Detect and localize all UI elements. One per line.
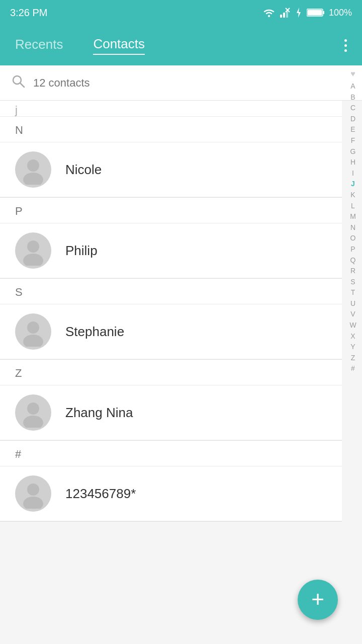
svg-point-12	[27, 159, 39, 172]
wifi-icon	[262, 8, 276, 18]
alpha-a[interactable]: A	[346, 82, 360, 92]
svg-rect-9	[307, 10, 322, 16]
top-nav: Recents Contacts	[0, 25, 362, 65]
contact-name: Zhang Nina	[65, 405, 133, 421]
more-options-button[interactable]	[344, 39, 347, 52]
list-item[interactable]: Zhang Nina	[0, 385, 342, 440]
section-header-s: S	[0, 279, 342, 304]
alphabet-index: ♥ A B C D E F G H I J K L M N O P Q R S …	[344, 65, 362, 378]
alpha-v[interactable]: V	[346, 309, 360, 319]
alpha-h[interactable]: H	[346, 157, 360, 168]
svg-point-19	[23, 416, 43, 428]
svg-point-17	[23, 335, 43, 347]
section-header-n: N	[0, 117, 342, 142]
list-item[interactable]: Philip	[0, 223, 342, 278]
alpha-n[interactable]: N	[346, 223, 360, 233]
alpha-u[interactable]: U	[346, 299, 360, 309]
section-header-p: P	[0, 198, 342, 223]
alpha-y[interactable]: Y	[346, 342, 360, 352]
svg-point-13	[23, 173, 43, 185]
bolt-icon	[295, 8, 303, 18]
list-item[interactable]: Nicole	[0, 142, 342, 197]
alpha-g[interactable]: G	[346, 147, 360, 157]
alpha-k[interactable]: K	[346, 190, 360, 200]
alpha-m[interactable]: M	[346, 212, 360, 222]
contact-name: Nicole	[65, 162, 102, 178]
time-display: 3:26 PM	[10, 7, 47, 19]
alpha-z[interactable]: Z	[346, 353, 360, 363]
svg-point-14	[27, 240, 39, 253]
svg-point-20	[27, 484, 39, 496]
status-icons: 100%	[262, 8, 352, 18]
nav-tabs: Recents Contacts	[15, 36, 145, 55]
alpha-q[interactable]: Q	[346, 256, 360, 266]
avatar	[15, 394, 51, 431]
alpha-i[interactable]: I	[346, 169, 360, 179]
alpha-t[interactable]: T	[346, 288, 360, 298]
svg-point-0	[268, 15, 270, 17]
avatar	[15, 151, 51, 188]
alpha-b[interactable]: B	[346, 93, 360, 103]
status-bar: 3:26 PM 100%	[0, 0, 362, 25]
alpha-x[interactable]: X	[346, 332, 360, 342]
svg-line-11	[20, 83, 24, 87]
partial-section-indicator: j	[0, 101, 342, 117]
favorites-heart-icon[interactable]: ♥	[350, 69, 355, 78]
avatar	[15, 232, 51, 269]
alpha-j[interactable]: J	[346, 179, 360, 189]
avatar	[15, 475, 51, 512]
svg-rect-2	[283, 13, 285, 18]
battery-icon	[307, 8, 325, 17]
alpha-e[interactable]: E	[346, 125, 360, 135]
contact-name: Philip	[65, 243, 98, 259]
svg-point-21	[23, 497, 43, 509]
section-header-hash: #	[0, 441, 342, 466]
contact-name: 123456789*	[65, 486, 136, 502]
avatar	[15, 313, 51, 350]
svg-point-18	[27, 403, 39, 415]
alpha-f[interactable]: F	[346, 136, 360, 146]
section-divider	[0, 521, 342, 522]
svg-rect-8	[323, 11, 324, 14]
alpha-c[interactable]: C	[346, 103, 360, 113]
alpha-r[interactable]: R	[346, 266, 360, 276]
battery-percent: 100%	[329, 8, 352, 18]
add-contact-icon: +	[311, 588, 324, 610]
svg-rect-1	[280, 15, 282, 18]
alpha-p[interactable]: P	[346, 245, 360, 255]
alpha-s[interactable]: S	[346, 277, 360, 287]
list-item[interactable]: 123456789*	[0, 466, 342, 521]
alpha-o[interactable]: O	[346, 233, 360, 244]
tab-contacts[interactable]: Contacts	[93, 36, 145, 55]
search-input[interactable]	[33, 76, 350, 90]
svg-point-15	[23, 254, 43, 266]
search-icon	[12, 75, 25, 91]
tab-recents[interactable]: Recents	[15, 37, 63, 54]
list-item[interactable]: Stephanie	[0, 304, 342, 359]
alpha-hash[interactable]: #	[346, 364, 360, 374]
svg-marker-6	[297, 8, 301, 18]
alpha-w[interactable]: W	[346, 320, 360, 331]
contacts-list: j N Nicole P Philip S S	[0, 101, 342, 522]
section-header-z: Z	[0, 360, 342, 385]
svg-point-16	[27, 321, 39, 334]
contact-name: Stephanie	[65, 324, 124, 340]
alpha-l[interactable]: L	[346, 201, 360, 211]
search-bar	[0, 65, 362, 101]
signal-icon	[280, 8, 291, 18]
add-contact-button[interactable]: +	[298, 580, 338, 620]
alpha-d[interactable]: D	[346, 114, 360, 124]
